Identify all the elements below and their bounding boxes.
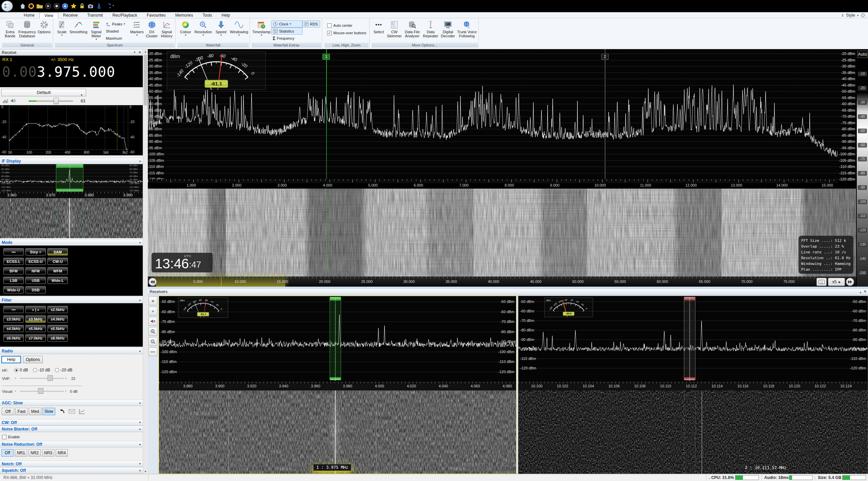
lifebuoy-icon[interactable] xyxy=(28,3,35,9)
markers-button[interactable]: Markers▾ xyxy=(129,19,145,43)
frequency-database-button[interactable]: Frequency Database xyxy=(18,19,36,43)
squelch-header[interactable]: Squelch: Off▴ xyxy=(0,467,143,474)
mode-button[interactable]: BFM xyxy=(3,267,24,274)
close-icon[interactable]: ✕ xyxy=(138,50,141,55)
speed-button[interactable]: Speed▾ xyxy=(213,19,229,43)
home-icon[interactable] xyxy=(19,3,26,9)
auto-center-checkbox[interactable]: Auto center xyxy=(327,22,369,29)
app-menu-button[interactable] xyxy=(1,1,13,12)
scrollbar-thumb[interactable] xyxy=(144,55,147,105)
favourite-icon[interactable] xyxy=(70,3,77,9)
mouse-over-buttons-checkbox[interactable]: ✓Mouse-over buttons xyxy=(327,29,369,37)
radio-options-button[interactable]: Options xyxy=(23,356,43,363)
noise-blanker-header[interactable]: Noise Blanker: Off▴ xyxy=(0,426,143,432)
waterfall-palette-slider[interactable]: -10-20-30-40-50-60-70-80-90-100-110-120-… xyxy=(857,59,868,287)
mute-button[interactable] xyxy=(149,317,157,326)
if-spectrum[interactable]: -50 dBm-60 dBm-70 dBm-80 dBm-90 dBm-100 … xyxy=(0,164,143,192)
hf-attenuation-radio[interactable]: 0 dB xyxy=(14,368,28,372)
volume-slider-thumb[interactable] xyxy=(54,98,59,104)
receivers-panel-header[interactable]: Receivers ▴ ✕ xyxy=(148,289,868,295)
mode-button[interactable]: USB xyxy=(25,277,46,284)
options-button[interactable]: Options xyxy=(36,19,52,43)
zoom-step-button[interactable]: x5▶ xyxy=(828,278,845,286)
dx-cluster-button[interactable]: DX Cluster xyxy=(145,19,159,43)
band-navigation-bar[interactable]: 5.00010.00015.00020.00025.00030.00035.00… xyxy=(148,276,856,287)
zoom-out-button[interactable] xyxy=(149,337,157,346)
nb-enable-checkbox[interactable]: Enable xyxy=(2,433,20,441)
windowing-button[interactable]: Windowing▾ xyxy=(229,19,249,43)
ribbon-tab[interactable]: Transmit xyxy=(82,12,107,18)
agc-header[interactable]: AGC: Slow▴ xyxy=(0,400,143,406)
marker-1-line[interactable] xyxy=(326,49,327,181)
receive-panel-scrollbar[interactable]: ▲ ▼ xyxy=(143,49,148,474)
if-frequency-scale[interactable]: 3.9603.9703.9803.990 xyxy=(0,192,143,198)
mode-button[interactable]: ••• xyxy=(3,248,24,255)
style-caret-icon[interactable]: ▾ xyxy=(857,14,859,17)
signal-meter-button[interactable]: Signal Meter▾ xyxy=(88,19,105,43)
mode-button[interactable]: NFM xyxy=(25,267,46,274)
quick-access-more-icon[interactable]: ▾ xyxy=(113,4,119,11)
peaks-button[interactable]: Peaks▾ xyxy=(104,20,129,27)
keyboard-button[interactable] xyxy=(816,278,827,286)
agc-button[interactable]: Fast xyxy=(15,408,28,415)
digital-decoder-button[interactable]: Digital Decoder xyxy=(439,19,456,43)
mode-button[interactable]: Step ≡ xyxy=(25,248,46,255)
ribbon-collapse-icon[interactable]: ⇕ xyxy=(841,14,844,17)
receiver-1-passband[interactable] xyxy=(330,297,341,380)
receive-panel-header[interactable]: Receive ▾ ✕ xyxy=(0,49,143,56)
add-receiver-button[interactable]: + xyxy=(149,307,157,315)
close-icon[interactable]: ✕ xyxy=(864,289,867,294)
filter-button[interactable]: ±2.5kHz xyxy=(47,306,68,313)
cw-header[interactable]: CW: Off▾ xyxy=(0,419,143,426)
if-passband-selection[interactable] xyxy=(56,164,83,192)
receiver-2-frequency-scale[interactable]: 10.10010.10210.10410.10610.10810.11010.1… xyxy=(518,384,868,389)
if-waterfall[interactable] xyxy=(0,198,143,238)
data-file-analyser-button[interactable]: Data File Analyser xyxy=(403,19,422,43)
agc-button[interactable]: Med xyxy=(29,408,41,415)
receiver-2-label[interactable]: 2 : 10.111.52 MHz xyxy=(742,465,789,471)
receiver-1-label[interactable]: 1 : 3.975 MHz xyxy=(313,464,351,471)
agc-graph-icon[interactable] xyxy=(79,408,85,415)
undo-icon[interactable] xyxy=(104,3,111,9)
statistics-button[interactable]: 9Statistics xyxy=(271,27,302,35)
resolution-button[interactable]: Resolution▾ xyxy=(194,19,213,43)
visual-slider-thumb[interactable] xyxy=(38,388,43,394)
main-waterfall[interactable]: 13:46:47 UTC FFT Size ....: 512 kOverlap… xyxy=(148,189,856,276)
record-icon[interactable] xyxy=(53,3,60,9)
mode-header[interactable]: Mode▴ xyxy=(0,239,143,246)
clock-button[interactable]: Clock▾ xyxy=(271,20,302,27)
receiver-1-waterfall[interactable]: 1 : 3.975 MHz xyxy=(159,390,516,474)
hf-attenuation-radio[interactable]: -20 dB xyxy=(55,368,72,372)
visual-slider-right-arrow[interactable]: › xyxy=(65,389,66,393)
ribbon-tab[interactable]: Rec/Playback xyxy=(107,12,142,18)
mouse-over-box[interactable]: ✓ xyxy=(327,31,332,35)
ribbon-tab[interactable]: Memories xyxy=(171,12,198,18)
auto-center-box[interactable] xyxy=(327,23,332,28)
noise-reduction-button[interactable]: NR1 xyxy=(15,449,27,457)
filter-button[interactable]: ±6.0kHz xyxy=(3,334,24,342)
pin-icon[interactable]: ▾ xyxy=(134,51,135,54)
ribbon-tab[interactable]: Help xyxy=(217,12,235,18)
rds-button[interactable]: RDS xyxy=(302,20,320,27)
filter-button[interactable]: ±3.0kHz xyxy=(3,315,24,323)
receiver-2-spectrum[interactable]: -140-120-100-80-60-40-200dBm-89.6 -50 dB… xyxy=(518,296,868,382)
snapshot-icon[interactable] xyxy=(87,3,94,9)
antenna-icon[interactable] xyxy=(96,3,102,9)
mode-button[interactable]: WFM xyxy=(47,267,68,274)
smoothing-button[interactable]: Smoothing xyxy=(69,19,88,43)
filter-button[interactable]: ±3.5kHz xyxy=(25,315,46,323)
noise-reduction-button[interactable]: NR4 xyxy=(56,449,68,457)
nav-forward-button[interactable] xyxy=(846,278,854,286)
filter-button[interactable]: ±4.5kHz xyxy=(3,325,24,332)
download-icon[interactable] xyxy=(62,3,68,9)
filter-button[interactable]: ±8.0kHz xyxy=(47,334,68,342)
mode-button[interactable]: ECSS-U xyxy=(25,258,46,265)
zoom-in-button[interactable] xyxy=(149,327,157,336)
preset-dropdown[interactable]: Default▾ xyxy=(1,89,86,96)
agc-button[interactable]: Slow xyxy=(42,408,55,415)
pin-icon[interactable]: ▴ xyxy=(860,290,861,294)
filter-button[interactable]: ••• xyxy=(3,306,24,313)
receiver-2-pane[interactable]: -140-120-100-80-60-40-200dBm-89.6 -50 dB… xyxy=(518,296,868,474)
panel-splitter[interactable] xyxy=(148,287,868,289)
receiver-1-frequency-scale[interactable]: 3.8803.9003.9203.9403.9603.9804.0004.020… xyxy=(159,384,516,389)
